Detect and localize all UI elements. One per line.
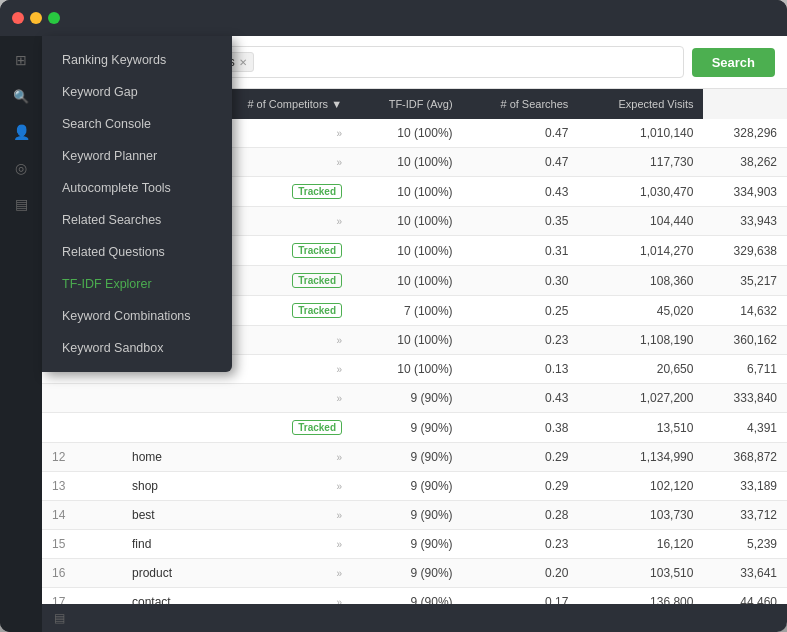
arrow-icon: » [336, 481, 342, 492]
table-row: 17 contact » 9 (90%) 0.17 136,800 44,460 [42, 588, 787, 605]
cell-visits: 328,296 [703, 119, 787, 148]
sidebar-item-user[interactable]: 👤 [5, 116, 37, 148]
cell-competitors: 10 (100%) [352, 326, 463, 355]
table-row: Tracked 9 (90%) 0.38 13,510 4,391 [42, 413, 787, 443]
cell-searches: 104,440 [578, 207, 703, 236]
cell-num [42, 413, 122, 443]
menu-item-tfidf-explorer[interactable]: TF-IDF Explorer [42, 268, 232, 300]
cell-badge: Tracked [201, 413, 352, 443]
cell-visits: 329,638 [703, 236, 787, 266]
cell-visits: 334,903 [703, 177, 787, 207]
search-button[interactable]: Search [692, 48, 775, 77]
cell-tfidf: 0.30 [463, 266, 579, 296]
cell-searches: 1,134,990 [578, 443, 703, 472]
cell-competitors: 10 (100%) [352, 119, 463, 148]
cell-competitors: 10 (100%) [352, 177, 463, 207]
cell-tfidf: 0.43 [463, 384, 579, 413]
cell-competitors: 9 (90%) [352, 472, 463, 501]
tag-close-pets-products[interactable]: ✕ [239, 57, 247, 68]
menu-item-related-questions[interactable]: Related Questions [42, 236, 232, 268]
table-row: 14 best » 9 (90%) 0.28 103,730 33,712 [42, 501, 787, 530]
menu-item-autocomplete-tools[interactable]: Autocomplete Tools [42, 172, 232, 204]
search-icon: 🔍 [13, 89, 29, 104]
cell-tfidf: 0.38 [463, 413, 579, 443]
cell-competitors: 10 (100%) [352, 266, 463, 296]
cell-visits: 360,162 [703, 326, 787, 355]
arrow-icon: » [336, 568, 342, 579]
minimize-button[interactable] [30, 12, 42, 24]
sidebar-item-dashboard[interactable]: ⊞ [5, 44, 37, 76]
app-window: ⊞ 🔍 👤 ◎ ▤ Ranking Keywords Keyword Gap S… [0, 0, 787, 632]
cell-visits: 333,840 [703, 384, 787, 413]
col-visits[interactable]: Expected Visits [578, 89, 703, 119]
cell-competitors: 9 (90%) [352, 588, 463, 605]
table-row: 16 product » 9 (90%) 0.20 103,510 33,641 [42, 559, 787, 588]
cell-tfidf: 0.43 [463, 177, 579, 207]
menu-item-related-searches[interactable]: Related Searches [42, 204, 232, 236]
cell-searches: 1,108,190 [578, 326, 703, 355]
arrow-icon: » [336, 157, 342, 168]
cell-visits: 44,460 [703, 588, 787, 605]
titlebar [0, 0, 787, 36]
cell-badge: » [201, 588, 352, 605]
col-searches[interactable]: # of Searches [463, 89, 579, 119]
dropdown-menu: Ranking Keywords Keyword Gap Search Cons… [42, 36, 232, 372]
cell-visits: 33,943 [703, 207, 787, 236]
cell-num: 13 [42, 472, 122, 501]
close-button[interactable] [12, 12, 24, 24]
bottom-bar: ▤ [42, 604, 787, 632]
sidebar-item-docs[interactable]: ▤ [5, 188, 37, 220]
cell-searches: 117,730 [578, 148, 703, 177]
cell-competitors: 10 (100%) [352, 148, 463, 177]
cell-tfidf: 0.29 [463, 472, 579, 501]
cell-searches: 13,510 [578, 413, 703, 443]
bottom-bar-icon: ▤ [54, 611, 65, 625]
cell-visits: 4,391 [703, 413, 787, 443]
analytics-icon: ◎ [15, 160, 27, 176]
menu-item-keyword-sandbox[interactable]: Keyword Sandbox [42, 332, 232, 364]
cell-keyword: product [122, 559, 201, 588]
cell-searches: 108,360 [578, 266, 703, 296]
cell-visits: 33,641 [703, 559, 787, 588]
menu-item-search-console[interactable]: Search Console [42, 108, 232, 140]
sidebar-item-search[interactable]: 🔍 [5, 80, 37, 112]
menu-item-keyword-combinations[interactable]: Keyword Combinations [42, 300, 232, 332]
menu-item-ranking-keywords[interactable]: Ranking Keywords [42, 44, 232, 76]
user-icon: 👤 [13, 124, 30, 140]
main-layout: ⊞ 🔍 👤 ◎ ▤ Ranking Keywords Keyword Gap S… [0, 36, 787, 632]
arrow-icon: » [336, 335, 342, 346]
dashboard-icon: ⊞ [15, 52, 27, 68]
cell-tfidf: 0.28 [463, 501, 579, 530]
cell-tfidf: 0.17 [463, 588, 579, 605]
menu-item-keyword-gap[interactable]: Keyword Gap [42, 76, 232, 108]
cell-visits: 14,632 [703, 296, 787, 326]
cell-visits: 6,711 [703, 355, 787, 384]
cell-num: 17 [42, 588, 122, 605]
cell-searches: 103,510 [578, 559, 703, 588]
cell-tfidf: 0.31 [463, 236, 579, 266]
cell-keyword [122, 384, 201, 413]
arrow-icon: » [336, 393, 342, 404]
sidebar-item-analytics[interactable]: ◎ [5, 152, 37, 184]
tracked-badge: Tracked [292, 184, 342, 199]
table-row: 13 shop » 9 (90%) 0.29 102,120 33,189 [42, 472, 787, 501]
cell-num [42, 384, 122, 413]
traffic-lights [12, 12, 60, 24]
maximize-button[interactable] [48, 12, 60, 24]
arrow-icon: » [336, 597, 342, 604]
cell-num: 15 [42, 530, 122, 559]
cell-visits: 35,217 [703, 266, 787, 296]
tracked-badge: Tracked [292, 420, 342, 435]
cell-searches: 16,120 [578, 530, 703, 559]
cell-keyword [122, 413, 201, 443]
cell-searches: 102,120 [578, 472, 703, 501]
table-row: 12 home » 9 (90%) 0.29 1,134,990 368,872 [42, 443, 787, 472]
cell-keyword: best [122, 501, 201, 530]
col-tfidf[interactable]: TF-IDF (Avg) [352, 89, 463, 119]
cell-competitors: 10 (100%) [352, 355, 463, 384]
cell-num: 14 [42, 501, 122, 530]
cell-searches: 20,650 [578, 355, 703, 384]
menu-item-keyword-planner[interactable]: Keyword Planner [42, 140, 232, 172]
cell-badge: » [201, 559, 352, 588]
cell-visits: 38,262 [703, 148, 787, 177]
